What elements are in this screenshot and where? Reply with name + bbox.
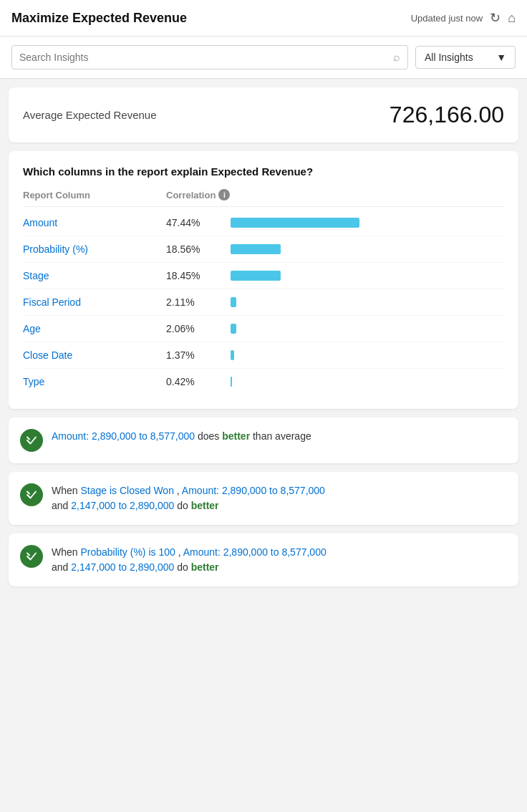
corr-row-bar-wrap — [231, 350, 504, 360]
insight-3-when: When — [52, 546, 80, 558]
insight-2-link3[interactable]: 2,147,000 to 2,890,000 — [71, 500, 174, 511]
insight-1-link[interactable]: Amount: 2,890,000 to 8,577,000 — [52, 430, 195, 442]
corr-row-bar-wrap — [231, 271, 504, 281]
corr-row-bar — [231, 297, 236, 307]
main-content: Average Expected Revenue 726,166.00 Whic… — [0, 79, 527, 595]
insight-1-does: does — [198, 430, 222, 442]
insight-2-comma: , — [177, 485, 182, 496]
correlation-header: Report Column Correlation i — [23, 189, 504, 207]
corr-row-bar-wrap — [231, 218, 504, 228]
corr-row-pct: 18.56% — [166, 243, 231, 255]
insight-3-and: and — [52, 561, 71, 573]
insight-2-and: and — [52, 500, 71, 511]
corr-row-bar — [231, 377, 232, 387]
corr-row-bar — [231, 271, 281, 281]
info-icon[interactable]: i — [218, 189, 230, 200]
corr-row-bar-wrap — [231, 244, 504, 254]
insight-2-when: When — [52, 485, 80, 496]
corr-row-bar-wrap — [231, 377, 504, 387]
corr-row-pct: 1.37% — [166, 349, 231, 361]
header: Maximize Expected Revenue Updated just n… — [0, 0, 527, 37]
table-row: Close Date 1.37% — [23, 342, 504, 369]
corr-row-name[interactable]: Amount — [23, 217, 166, 228]
search-input-wrap[interactable]: ⌕ — [11, 45, 408, 69]
correlation-card: Which columns in the report explain Expe… — [9, 151, 518, 409]
corr-row-bar — [231, 218, 359, 228]
table-row: Age 2.06% — [23, 316, 504, 342]
table-row: Stage 18.45% — [23, 263, 504, 289]
insight-text-3: When Probability (%) is 100 , Amount: 2,… — [52, 545, 327, 575]
filter-label: All Insights — [425, 52, 473, 63]
search-input[interactable] — [19, 52, 393, 63]
corr-row-pct: 0.42% — [166, 376, 231, 387]
corr-row-bar — [231, 350, 234, 360]
table-row: Amount 47.44% — [23, 210, 504, 236]
col-report-header: Report Column — [23, 190, 166, 200]
insight-icon-3 — [20, 545, 43, 568]
table-row: Fiscal Period 2.11% — [23, 289, 504, 316]
avg-revenue-value: 726,166.00 — [390, 102, 504, 128]
corr-row-name[interactable]: Type — [23, 376, 166, 387]
table-row: Probability (%) 18.56% — [23, 236, 504, 263]
corr-row-pct: 2.11% — [166, 296, 231, 308]
corr-row-bar-wrap — [231, 324, 504, 334]
correlation-title: Which columns in the report explain Expe… — [23, 165, 504, 178]
insight-3-comma: , — [178, 546, 183, 558]
insight-3-better: better — [191, 561, 219, 573]
col-correlation-header: Correlation i — [166, 189, 231, 200]
insight-card-1: Amount: 2,890,000 to 8,577,000 does bett… — [9, 417, 518, 463]
refresh-icon[interactable]: ↻ — [490, 10, 501, 26]
corr-row-name[interactable]: Stage — [23, 270, 166, 281]
insight-3-link2[interactable]: Amount: 2,890,000 to 8,577,000 — [183, 546, 327, 558]
updated-timestamp: Updated just now — [411, 13, 483, 24]
chevron-down-icon: ▼ — [496, 52, 506, 63]
corr-row-bar — [231, 324, 236, 334]
insight-2-link1[interactable]: Stage is Closed Won — [80, 485, 173, 496]
corr-row-pct: 47.44% — [166, 217, 231, 228]
page-title: Maximize Expected Revenue — [11, 11, 187, 26]
correlation-rows: Amount 47.44% Probability (%) 18.56% Sta… — [23, 210, 504, 395]
avg-revenue-label: Average Expected Revenue — [23, 109, 157, 121]
avg-revenue-card: Average Expected Revenue 726,166.00 — [9, 87, 518, 142]
insight-text-2: When Stage is Closed Won , Amount: 2,890… — [52, 483, 325, 513]
insight-2-do: do — [177, 500, 190, 511]
home-icon[interactable]: ⌂ — [508, 11, 516, 26]
corr-row-name[interactable]: Close Date — [23, 349, 166, 361]
insight-icon-2 — [20, 483, 43, 506]
corr-row-pct: 18.45% — [166, 270, 231, 281]
insight-text-1: Amount: 2,890,000 to 8,577,000 does bett… — [52, 429, 311, 444]
corr-row-name[interactable]: Probability (%) — [23, 243, 166, 255]
search-bar: ⌕ All Insights ▼ — [0, 37, 527, 79]
insight-icon-1 — [20, 429, 43, 452]
insight-3-link1[interactable]: Probability (%) is 100 — [80, 546, 175, 558]
insight-card-3: When Probability (%) is 100 , Amount: 2,… — [9, 533, 518, 586]
insight-3-link3[interactable]: 2,147,000 to 2,890,000 — [71, 561, 174, 573]
corr-row-pct: 2.06% — [166, 323, 231, 334]
corr-row-bar — [231, 244, 281, 254]
search-icon: ⌕ — [393, 51, 400, 64]
table-row: Type 0.42% — [23, 369, 504, 395]
insight-card-2: When Stage is Closed Won , Amount: 2,890… — [9, 472, 518, 525]
insight-1-better: better — [222, 430, 250, 442]
header-actions: Updated just now ↻ ⌂ — [411, 10, 516, 26]
insight-3-do: do — [177, 561, 190, 573]
corr-row-name[interactable]: Age — [23, 323, 166, 334]
corr-row-name[interactable]: Fiscal Period — [23, 296, 166, 308]
insight-2-link2[interactable]: Amount: 2,890,000 to 8,577,000 — [182, 485, 325, 496]
insight-1-than: than average — [253, 430, 311, 442]
insight-2-better: better — [191, 500, 219, 511]
filter-dropdown[interactable]: All Insights ▼ — [415, 46, 516, 69]
corr-row-bar-wrap — [231, 297, 504, 307]
